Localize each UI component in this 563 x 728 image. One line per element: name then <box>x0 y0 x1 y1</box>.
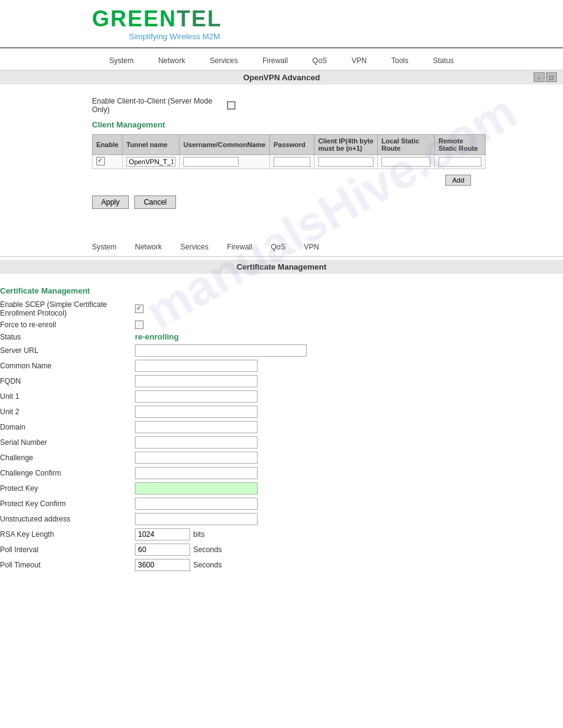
fqdn-input[interactable] <box>135 375 258 387</box>
nav-firewall[interactable]: Firewall <box>262 56 288 65</box>
poll-timeout-input[interactable] <box>135 559 190 571</box>
unit2-label: Unit 2 <box>0 408 135 416</box>
scep-checkbox[interactable] <box>135 305 144 313</box>
row-password-cell <box>269 155 314 169</box>
rsa-key-suffix: bits <box>193 530 205 539</box>
challenge-label: Challenge <box>0 453 135 462</box>
poll-timeout-row: Poll Timeout Seconds <box>0 559 563 571</box>
fqdn-label: FQDN <box>0 377 135 385</box>
cert-content: Certificate Management Enable SCEP (Simp… <box>0 274 563 580</box>
protect-key-confirm-label: Protect Key Confirm <box>0 499 135 508</box>
row-local-static-cell <box>377 155 434 169</box>
server-url-label: Server URL <box>0 346 135 355</box>
common-name-input[interactable] <box>135 360 258 372</box>
maximize-button[interactable]: □ <box>546 72 557 82</box>
logo-subtitle: Simplifying Wireless M2M <box>129 32 471 41</box>
unit2-row: Unit 2 <box>0 406 563 418</box>
cert-title-bar: Certificate Management <box>0 260 563 274</box>
protect-key-confirm-input[interactable] <box>135 498 258 510</box>
row-enable-checkbox[interactable] <box>96 157 105 165</box>
scep-row: Enable SCEP (Simple Certificate Enrollme… <box>0 300 563 317</box>
openvpn-title-bar: OpenVPN Advanced - □ <box>0 70 563 85</box>
client-management-label: Client Management <box>92 120 471 129</box>
tunnel-name-input[interactable] <box>126 157 175 167</box>
poll-interval-row: Poll Interval Seconds <box>0 544 563 556</box>
enable-client-checkbox[interactable] <box>227 101 236 110</box>
nav-vpn[interactable]: VPN <box>351 56 367 65</box>
enable-client-label: Enable Client-to-Client (Server Mode Onl… <box>92 97 227 114</box>
client-ip-input[interactable] <box>318 157 373 167</box>
minimize-button[interactable]: - <box>534 72 545 82</box>
unstructured-addr-input[interactable] <box>135 513 258 525</box>
cert-section-label: Certificate Management <box>0 286 563 295</box>
domain-input[interactable] <box>135 421 258 433</box>
unit2-input[interactable] <box>135 406 258 418</box>
nav-system[interactable]: System <box>109 56 134 65</box>
poll-interval-label: Poll Interval <box>0 545 135 554</box>
row-enable-cell <box>93 155 123 169</box>
poll-interval-suffix: Seconds <box>193 545 222 554</box>
poll-timeout-suffix: Seconds <box>193 561 222 569</box>
cert-title: Certificate Management <box>237 262 327 271</box>
nav2-network[interactable]: Network <box>135 243 162 251</box>
rsa-key-input[interactable] <box>135 528 190 540</box>
nav-tools[interactable]: Tools <box>391 56 408 65</box>
nav2-services[interactable]: Services <box>180 243 209 251</box>
nav-status[interactable]: Status <box>433 56 454 65</box>
col-tunnel: Tunnel name <box>123 135 180 155</box>
protect-key-label: Protect Key <box>0 484 135 493</box>
status-value: re-enrolling <box>135 332 179 341</box>
force-reenroll-checkbox[interactable] <box>135 320 144 329</box>
password-input[interactable] <box>274 157 310 167</box>
unit1-input[interactable] <box>135 390 258 403</box>
header-divider <box>0 47 563 48</box>
table-row <box>93 155 486 169</box>
logo: GREENTEL <box>92 6 471 32</box>
logo-text: GREENTEL <box>92 6 222 31</box>
nav2-firewall[interactable]: Firewall <box>227 243 252 251</box>
status-row: Status re-enrolling <box>0 332 563 341</box>
nav2-qos[interactable]: QoS <box>270 243 285 251</box>
title-controls: - □ <box>534 72 557 82</box>
nav2-system[interactable]: System <box>92 243 117 251</box>
scep-label: Enable SCEP (Simple Certificate Enrollme… <box>0 300 135 317</box>
protect-key-input[interactable] <box>135 482 258 495</box>
username-input[interactable] <box>183 157 239 167</box>
server-url-input[interactable] <box>135 344 307 357</box>
serial-number-input[interactable] <box>135 436 258 449</box>
fqdn-row: FQDN <box>0 375 563 387</box>
col-local-static: Local Static Route <box>377 135 434 155</box>
local-static-input[interactable] <box>381 157 431 167</box>
apply-button[interactable]: Apply <box>92 195 129 209</box>
nav-services[interactable]: Services <box>210 56 238 65</box>
col-enable: Enable <box>93 135 123 155</box>
nav-qos[interactable]: QoS <box>312 56 327 65</box>
challenge-input[interactable] <box>135 452 258 464</box>
logo-green: GREEN <box>92 6 177 31</box>
force-reenroll-label: Force to re-enroll <box>0 320 135 329</box>
common-name-row: Common Name <box>0 360 563 372</box>
main-nav: System Network Services Firewall QoS VPN… <box>0 51 563 70</box>
serial-number-label: Serial Number <box>0 438 135 447</box>
openvpn-content: Enable Client-to-Client (Server Mode Onl… <box>0 85 563 226</box>
add-btn-container: Add <box>92 172 471 188</box>
challenge-confirm-input[interactable] <box>135 467 258 479</box>
cancel-button[interactable]: Cancel <box>134 195 175 209</box>
add-button[interactable]: Add <box>445 175 471 186</box>
domain-label: Domain <box>0 423 135 431</box>
nav-network[interactable]: Network <box>158 56 185 65</box>
row-username-cell <box>180 155 270 169</box>
force-reenroll-row: Force to re-enroll <box>0 320 563 329</box>
enable-client-row: Enable Client-to-Client (Server Mode Onl… <box>92 97 471 114</box>
remote-static-input[interactable] <box>439 157 481 167</box>
poll-interval-input[interactable] <box>135 544 190 556</box>
protect-key-row: Protect Key <box>0 482 563 495</box>
row-remote-static-cell <box>434 155 485 169</box>
nav2-vpn[interactable]: VPN <box>304 243 319 251</box>
challenge-confirm-row: Challenge Confirm <box>0 467 563 479</box>
serial-number-row: Serial Number <box>0 436 563 449</box>
second-nav: System Network Services Firewall QoS VPN <box>0 238 563 257</box>
col-remote-static: Remote Static Route <box>434 135 485 155</box>
action-buttons: Apply Cancel <box>92 195 471 209</box>
header: GREENTEL Simplifying Wireless M2M <box>0 0 563 44</box>
